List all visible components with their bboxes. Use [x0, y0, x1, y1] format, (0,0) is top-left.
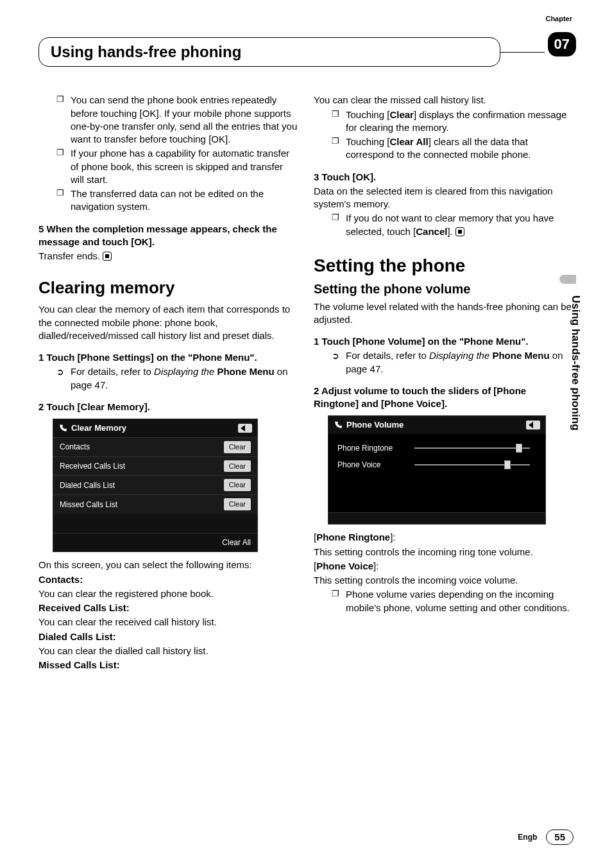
ringtone-slider[interactable]: [414, 447, 530, 449]
def-received-title: Received Calls List:: [38, 602, 130, 613]
chapter-label: Chapter: [545, 14, 572, 24]
clearing-intro: You can clear the memory of each item th…: [38, 303, 298, 342]
language-label: Engb: [518, 832, 537, 842]
ref-item: For details, refer to Displaying the Pho…: [332, 349, 574, 376]
note-item: If you do not want to clear memory that …: [332, 212, 574, 238]
row-contacts[interactable]: ContactsClear: [53, 437, 257, 456]
row-dialed[interactable]: Dialed Calls ListClear: [53, 475, 257, 494]
def-missed-title: Missed Calls List:: [38, 659, 120, 670]
slider-voice-row: Phone Voice: [337, 460, 536, 470]
stop-icon: [103, 252, 112, 261]
row-label: Missed Calls List: [60, 499, 117, 510]
phone-ringtone-desc: This setting controls the incoming ring …: [314, 546, 574, 559]
vol-intro: The volume level related with the hands-…: [314, 300, 574, 327]
chapter-number-badge: 07: [548, 32, 576, 56]
screenshot-title: Phone Volume: [346, 419, 404, 431]
screenshot-phone-volume: Phone Volume Phone Ringtone Phone Voice: [328, 415, 546, 525]
note-item: You can send the phone book entries repe…: [56, 94, 298, 146]
phone-voice-label: [Phone Voice]:: [314, 560, 574, 573]
phone-ringtone-label: [Phone Ringtone]:: [314, 531, 574, 544]
step-1: 1 Touch [Phone Settings] on the "Phone M…: [38, 351, 298, 364]
step-5: 5 When the completion message appears, c…: [38, 223, 298, 249]
def-received-desc: You can clear the received call history …: [38, 616, 298, 629]
slider-thumb[interactable]: [504, 460, 511, 469]
def-contacts-title: Contacts:: [38, 574, 83, 585]
voice-slider[interactable]: [414, 464, 530, 465]
text: Transfer ends.: [38, 250, 100, 261]
after-shot-text: On this screen, you can select the follo…: [38, 559, 298, 571]
step-3-after: Data on the selected item is cleared fro…: [314, 185, 574, 211]
text: For details, refer to: [346, 350, 429, 361]
text-bold: Phone Menu: [214, 366, 274, 377]
page-footer: Engb 55: [518, 829, 574, 845]
note-item: Touching [Clear All] clears all the data…: [332, 135, 574, 162]
row-label: Dialed Calls List: [60, 480, 115, 490]
screenshot-title: Clear Memory: [71, 422, 126, 434]
text-italic: Displaying the: [429, 350, 489, 361]
clear-all-button[interactable]: Clear All: [53, 533, 257, 551]
clear-button[interactable]: Clear: [224, 498, 251, 510]
ref-item: For details, refer to Displaying the Pho…: [56, 365, 298, 392]
slider-label: Phone Voice: [337, 460, 408, 470]
clear-button[interactable]: Clear: [224, 460, 251, 473]
phone-icon: Phone Volume: [334, 419, 404, 431]
stop-icon: [455, 227, 464, 236]
slider-ringtone-row: Phone Ringtone: [337, 443, 536, 453]
step-2: 2 Touch [Clear Memory].: [38, 401, 298, 413]
clear-button[interactable]: Clear: [224, 479, 251, 491]
heading-clearing-memory: Clearing memory: [38, 277, 298, 299]
row-received[interactable]: Received Calls ListClear: [53, 456, 257, 476]
text-bold: Phone Menu: [489, 350, 549, 361]
step-3: 3 Touch [OK].: [314, 171, 574, 184]
step-5-result: Transfer ends.: [38, 250, 298, 263]
row-label: Received Calls List: [60, 461, 125, 471]
row-missed[interactable]: Missed Calls ListClear: [53, 494, 257, 514]
section-header: Using hands-free phoning: [38, 37, 500, 67]
left-column: You can send the phone book entries repe…: [38, 92, 298, 673]
note-item: Phone volume varies depending on the inc…: [332, 588, 574, 614]
row-label: Contacts: [60, 442, 90, 452]
back-icon[interactable]: [238, 424, 252, 433]
heading-setting-phone: Setting the phone: [314, 254, 574, 278]
vstep-2: 2 Adjust volume to touch the sliders of …: [314, 385, 574, 411]
page-number: 55: [546, 829, 574, 845]
vstep-1: 1 Touch [Phone Volume] on the "Phone Men…: [314, 335, 574, 348]
slider-thumb[interactable]: [516, 444, 522, 453]
back-icon[interactable]: [526, 421, 540, 430]
note-item: The transferred data can not be edited o…: [56, 187, 298, 214]
note-item: If your phone has a capability for autom…: [56, 147, 298, 186]
heading-setting-volume: Setting the phone volume: [314, 281, 574, 298]
def-dialed-desc: You can clear the dialled call history l…: [38, 645, 298, 657]
def-dialed-title: Dialed Calls List:: [38, 631, 116, 642]
screenshot-clear-memory: Clear Memory ContactsClear Received Call…: [53, 419, 258, 552]
right-intro: You can clear the missed call history li…: [314, 94, 574, 107]
def-contacts-desc: You can clear the registered phone book.: [38, 587, 298, 600]
right-column: You can clear the missed call history li…: [314, 92, 574, 673]
slider-label: Phone Ringtone: [337, 443, 408, 453]
clear-button[interactable]: Clear: [224, 441, 251, 453]
section-title: Using hands-free phoning: [51, 43, 241, 60]
text-italic: Displaying the: [154, 366, 214, 377]
phone-voice-desc: This setting controls the incoming voice…: [314, 574, 574, 587]
side-tab-marker: [559, 275, 576, 284]
text: For details, refer to: [71, 366, 154, 377]
phone-icon: Clear Memory: [58, 422, 126, 434]
note-item: Touching [Clear] displays the confirmati…: [332, 108, 574, 135]
